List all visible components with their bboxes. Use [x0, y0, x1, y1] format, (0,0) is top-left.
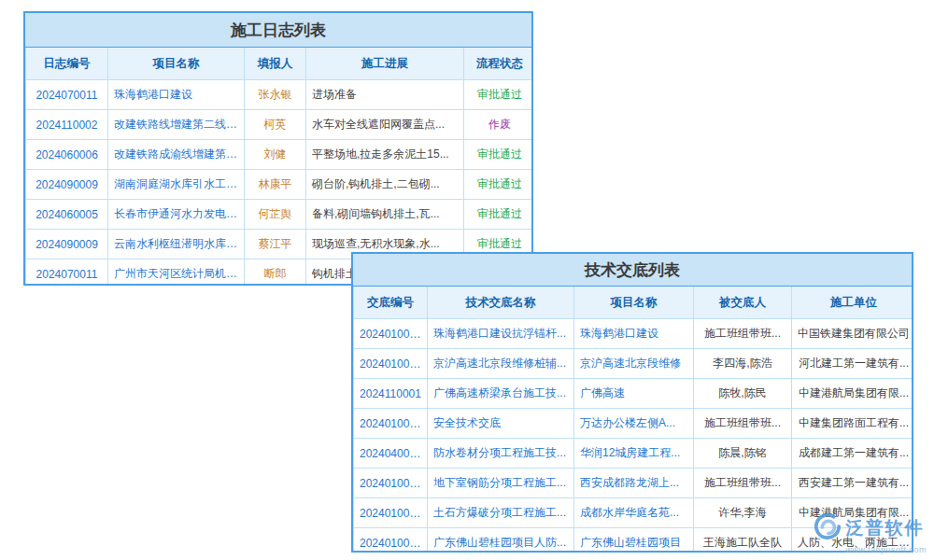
project-name-link[interactable]: 广佛高速: [574, 379, 694, 409]
watermark-url[interactable]: www.fanpusoft.com: [845, 546, 927, 554]
col-header-project-name: 项目名称: [108, 48, 245, 80]
project-name-link[interactable]: 成都水岸华庭名苑...: [574, 498, 694, 528]
disclosure-id-link[interactable]: 2024010001: [354, 528, 428, 553]
construction-log-panel: 施工日志列表 日志编号 项目名称 填报人 施工进展 流程状态 202407001…: [23, 11, 533, 286]
project-name-link[interactable]: 广州市天河区统计局机房...: [108, 259, 245, 287]
col-header-reporter: 填报人: [245, 48, 306, 80]
disclosure-panel-title: 技术交底列表: [353, 254, 912, 287]
reporter-name: 张永银: [245, 80, 306, 110]
reporter-name: 林康平: [245, 170, 306, 200]
disclosure-name-link[interactable]: 地下室钢筋分项工程施工...: [428, 469, 574, 498]
disclosure-id-link[interactable]: 2024010002: [354, 498, 428, 528]
disclosure-id-link[interactable]: 2024110001: [354, 379, 428, 409]
progress-text: 水车对全线遮阳网覆盖点...: [306, 110, 464, 140]
table-row: 2024010003珠海鹤港口建设抗浮锚杆...珠海鹤港口建设施工班组带班...…: [354, 319, 914, 349]
reporter-name: 何芷舆: [245, 200, 306, 230]
receiver-text: 陈晨,陈铭: [694, 439, 792, 469]
disclosure-name-link[interactable]: 广东佛山碧桂园项目人防...: [428, 528, 574, 553]
receiver-text: 施工班组带班...: [694, 409, 792, 439]
project-name-link[interactable]: 改建铁路线增建第二线直...: [108, 110, 245, 140]
receiver-text: 施工班组带班...: [694, 469, 792, 498]
project-name-link[interactable]: 云南水利枢纽潜明水库一...: [108, 230, 245, 259]
unit-text: 西安建工第一建筑有...: [792, 469, 914, 498]
table-row: 2024010004京沪高速北京段维修桩辅...京沪高速北京段维修李四海,陈浩河…: [354, 349, 914, 379]
project-name-link[interactable]: 华润12城房建工程...: [574, 439, 694, 469]
disclosure-id-link[interactable]: 2024010003: [354, 319, 428, 349]
technical-disclosure-panel: 技术交底列表 交底编号 技术交底名称 项目名称 被交底人 施工单位 202401…: [351, 252, 913, 553]
disclosure-id-link[interactable]: 2024010004: [354, 349, 428, 379]
col-header-receiver: 被交底人: [694, 287, 792, 319]
col-header-progress: 施工进展: [306, 48, 464, 80]
unit-text: 成都建工第一建筑有...: [792, 439, 914, 469]
col-header-disclosure-id: 交底编号: [354, 287, 428, 319]
project-name-link[interactable]: 西安成都路龙湖上...: [574, 469, 694, 498]
col-header-disclosure-name: 技术交底名称: [428, 287, 574, 319]
status-badge: 审批通过: [464, 80, 534, 110]
status-badge: 审批通过: [464, 170, 534, 200]
disclosure-name-link[interactable]: 广佛高速桥梁承台施工技...: [428, 379, 574, 409]
status-badge: 作废: [464, 110, 534, 140]
disclosure-name-link[interactable]: 安全技术交底: [428, 409, 574, 439]
status-badge: 审批通过: [464, 200, 534, 230]
table-row: 2024040001防水卷材分项工程施工技...华润12城房建工程...陈晨,陈…: [354, 439, 914, 469]
disclosure-table-header-row: 交底编号 技术交底名称 项目名称 被交底人 施工单位: [354, 287, 914, 319]
log-table-header-row: 日志编号 项目名称 填报人 施工进展 流程状态: [26, 48, 534, 80]
disclosure-name-link[interactable]: 珠海鹤港口建设抗浮锚杆...: [428, 319, 574, 349]
project-name-link[interactable]: 长春市伊通河水力发电厂...: [108, 200, 245, 230]
table-row: 2024060006改建铁路成渝线增建第二...刘健平整场地,拉走多余泥土15.…: [26, 140, 534, 170]
project-name-link[interactable]: 珠海鹤港口建设: [574, 319, 694, 349]
table-row: 2024060005长春市伊通河水力发电厂...何芷舆备料,砌间墙钩机排土,瓦.…: [26, 200, 534, 230]
reporter-name: 蔡江平: [245, 230, 306, 259]
project-name-link[interactable]: 京沪高速北京段维修: [574, 349, 694, 379]
disclosure-id-link[interactable]: 2024010002: [354, 469, 428, 498]
construction-log-table: 日志编号 项目名称 填报人 施工进展 流程状态 2024070011珠海鹤港口建…: [25, 48, 533, 286]
col-header-unit: 施工单位: [792, 287, 914, 319]
table-row: 2024070011珠海鹤港口建设张永银进场准备审批通过: [26, 80, 534, 110]
col-header-log-id: 日志编号: [26, 48, 108, 80]
status-badge: 审批通过: [464, 140, 534, 170]
unit-text: 中国铁建集团有限公司: [792, 319, 914, 349]
log-id-link[interactable]: 2024090009: [26, 170, 108, 200]
table-row: 2024010002地下室钢筋分项工程施工...西安成都路龙湖上...施工班组带…: [354, 469, 914, 498]
table-row: 2024090009湖南洞庭湖水库引水工程...林康平砌台阶,钩机排土,二包砌.…: [26, 170, 534, 200]
table-row: 2024110001广佛高速桥梁承台施工技...广佛高速陈牧,陈民中建港航局集团…: [354, 379, 914, 409]
progress-text: 进场准备: [306, 80, 464, 110]
project-name-link[interactable]: 万达办公楼左侧A...: [574, 409, 694, 439]
watermark-brand: 泛普软件: [845, 519, 924, 537]
reporter-name: 柯英: [245, 110, 306, 140]
log-id-link[interactable]: 2024110002: [26, 110, 108, 140]
fanpu-logo-icon: [814, 512, 842, 543]
log-panel-title: 施工日志列表: [25, 13, 531, 48]
unit-text: 中建集团路面工程有...: [792, 409, 914, 439]
progress-text: 备料,砌间墙钩机排土,瓦...: [306, 200, 464, 230]
fanpu-watermark: 泛普软件 www.fanpusoft.com: [814, 512, 927, 554]
project-name-link[interactable]: 珠海鹤港口建设: [108, 80, 245, 110]
disclosure-id-link[interactable]: 2024010003: [354, 409, 428, 439]
disclosure-name-link[interactable]: 土石方爆破分项工程施工...: [428, 498, 574, 528]
project-name-link[interactable]: 湖南洞庭湖水库引水工程...: [108, 170, 245, 200]
receiver-text: 陈牧,陈民: [694, 379, 792, 409]
log-id-link[interactable]: 2024090009: [26, 230, 108, 259]
table-row: 2024010003安全技术交底万达办公楼左侧A...施工班组带班...中建集团…: [354, 409, 914, 439]
receiver-text: 王海施工队全队: [694, 528, 792, 553]
disclosure-id-link[interactable]: 2024040001: [354, 439, 428, 469]
log-id-link[interactable]: 2024070011: [26, 80, 108, 110]
unit-text: 河北建工第一建筑有...: [792, 349, 914, 379]
project-name-link[interactable]: 改建铁路成渝线增建第二...: [108, 140, 245, 170]
progress-text: 砌台阶,钩机排土,二包砌...: [306, 170, 464, 200]
disclosure-name-link[interactable]: 防水卷材分项工程施工技...: [428, 439, 574, 469]
reporter-name: 刘健: [245, 140, 306, 170]
log-id-link[interactable]: 2024060006: [26, 140, 108, 170]
reporter-name: 断郎: [245, 259, 306, 287]
receiver-text: 施工班组带班...: [694, 319, 792, 349]
table-row: 2024110002改建铁路线增建第二线直...柯英水车对全线遮阳网覆盖点...…: [26, 110, 534, 140]
project-name-link[interactable]: 广东佛山碧桂园项目: [574, 528, 694, 553]
unit-text: 中建港航局集团有限...: [792, 379, 914, 409]
log-id-link[interactable]: 2024070011: [26, 259, 108, 287]
progress-text: 平整场地,拉走多余泥土15...: [306, 140, 464, 170]
disclosure-name-link[interactable]: 京沪高速北京段维修桩辅...: [428, 349, 574, 379]
col-header-project-name: 项目名称: [574, 287, 694, 319]
log-id-link[interactable]: 2024060005: [26, 200, 108, 230]
receiver-text: 许华,李海: [694, 498, 792, 528]
col-header-status: 流程状态: [464, 48, 534, 80]
